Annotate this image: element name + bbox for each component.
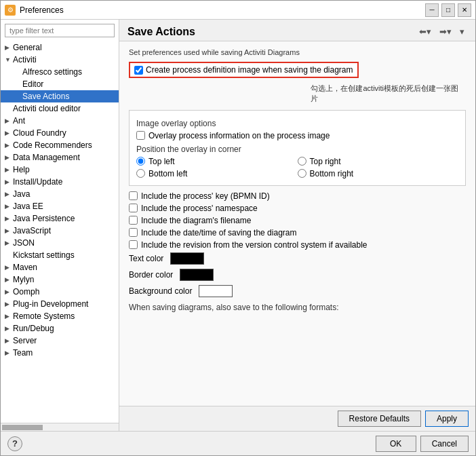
position-label: Position the overlay in corner [136,145,458,154]
radio-top-left-label[interactable]: Top left [148,157,175,166]
minimize-button[interactable]: ─ [425,3,439,17]
expand-arrow: ▶ [5,288,13,295]
sidebar-item-data-management[interactable]: ▶ Data Management [1,151,119,164]
sidebar-item-json[interactable]: ▶ JSON [1,237,119,249]
revision-checkbox[interactable] [129,240,138,249]
apply-button[interactable]: Apply [425,411,469,427]
process-namespace-row: Include the process' namespace [129,204,466,213]
maximize-button[interactable]: □ [441,3,455,17]
sidebar-item-label: Editor [22,79,115,89]
border-color-row: Border color [129,269,466,281]
expand-arrow: ▶ [5,154,13,161]
sidebar-item-help[interactable]: ▶ Help [1,164,119,176]
sidebar-item-label: Save Actions [22,92,115,101]
sidebar-item-alfresco-settings[interactable]: Alfresco settings [1,66,119,78]
sidebar-item-java-persistence[interactable]: ▶ Java Persistence [1,212,119,225]
expand-arrow: ▶ [5,227,13,234]
sidebar-item-label: Team [13,348,115,358]
help-button[interactable]: ? [7,436,22,451]
date-time-label[interactable]: Include the date/time of saving the diag… [141,228,296,238]
sidebar-item-label: Java Persistence [13,214,115,223]
sidebar-item-label: Java [13,189,115,199]
filter-input[interactable] [5,24,115,37]
sidebar-item-cloud-foundry[interactable]: ▶ Cloud Foundry [1,127,119,139]
overlay-label[interactable]: Overlay process information on the proce… [148,131,330,140]
content-area: ▶ General ▼ Activiti Alfresco settings E… [1,20,475,431]
date-time-checkbox[interactable] [129,228,138,237]
sidebar-item-server[interactable]: ▶ Server [1,335,119,347]
radio-bottom-right-label[interactable]: Bottom right [310,169,354,178]
sidebar-item-mylyn[interactable]: ▶ Mylyn [1,273,119,286]
sidebar-item-oomph[interactable]: ▶ Oomph [1,286,119,298]
sidebar-item-label: Code Recommenders [13,140,115,150]
ok-button[interactable]: OK [376,436,416,452]
radio-bottom-right-input[interactable] [298,169,306,178]
sidebar-item-javascript[interactable]: ▶ JavaScript [1,225,119,237]
forward-button[interactable]: ➡▾ [437,25,454,38]
sidebar-item-ant[interactable]: ▶ Ant [1,115,119,127]
radio-bottom-left: Bottom left [136,169,298,178]
date-time-row: Include the date/time of saving the diag… [129,228,466,238]
sidebar-item-label: Activiti cloud editor [13,104,115,113]
radio-bottom-left-label[interactable]: Bottom left [148,169,187,178]
sidebar-item-maven[interactable]: ▶ Maven [1,261,119,273]
title-bar: ⚙ Preferences ─ □ ✕ [1,1,475,20]
sidebar-item-java[interactable]: ▶ Java [1,188,119,200]
overlay-checkbox[interactable] [136,131,145,140]
radio-top-right-label[interactable]: Top right [310,157,341,166]
sidebar-item-remote-systems[interactable]: ▶ Remote Systems [1,310,119,322]
sidebar-item-label: Help [13,165,115,174]
sidebar-item-run-debug[interactable]: ▶ Run/Debug [1,322,119,335]
sidebar-item-kickstart[interactable]: Kickstart settings [1,249,119,261]
sidebar-item-install-update[interactable]: ▶ Install/Update [1,176,119,188]
border-color-swatch[interactable] [180,269,214,281]
sidebar-item-label: Maven [13,263,115,272]
back-button[interactable]: ⬅▾ [416,25,434,38]
sidebar-item-team[interactable]: ▶ Team [1,347,119,359]
radio-top-right-input[interactable] [298,157,306,166]
panel-subtitle: Set preferences used while saving Activi… [129,48,466,56]
sidebar-item-plug-in-development[interactable]: ▶ Plug-in Development [1,298,119,310]
expand-arrow: ▶ [5,117,13,124]
sidebar-item-label: General [13,43,115,52]
menu-button[interactable]: ▾ [457,25,467,38]
create-image-checkbox[interactable] [134,66,143,75]
text-color-swatch[interactable] [170,252,204,265]
window-icon: ⚙ [5,5,16,16]
revision-label[interactable]: Include the revision from the version co… [141,240,368,250]
process-key-label[interactable]: Include the process' key (BPMN ID) [141,191,270,201]
panel-content: Set preferences used while saving Activi… [119,41,475,406]
diagram-filename-checkbox[interactable] [129,216,138,225]
sidebar-item-activiti[interactable]: ▼ Activiti [1,54,119,66]
sidebar-item-save-actions[interactable]: Save Actions [1,90,119,102]
process-namespace-checkbox[interactable] [129,204,138,212]
sidebar-item-label: Data Management [13,153,115,162]
sidebar-item-label: Ant [13,116,115,126]
sidebar-scrollbar-h[interactable] [1,423,119,431]
diagram-filename-label[interactable]: Include the diagram's filename [141,216,251,225]
expand-arrow: ▶ [5,142,13,149]
sidebar-item-code-recommenders[interactable]: ▶ Code Recommenders [1,139,119,151]
restore-defaults-button[interactable]: Restore Defaults [338,411,421,427]
cancel-button[interactable]: Cancel [420,436,469,452]
sidebar-item-label: Cloud Foundry [13,128,115,138]
expand-arrow: ▶ [5,264,13,271]
background-color-swatch[interactable] [199,285,233,297]
close-button[interactable]: ✕ [458,3,471,17]
radio-top-left-input[interactable] [136,157,145,166]
sidebar-item-label: JavaScript [13,226,115,235]
sidebar-item-general[interactable]: ▶ General [1,41,119,54]
sidebar-item-activiti-cloud-editor[interactable]: Activiti cloud editor [1,102,119,115]
sidebar-item-label: Activiti [13,55,115,64]
radio-bottom-left-input[interactable] [136,169,145,178]
sidebar-item-label: Java EE [13,202,115,211]
sidebar-item-java-ee[interactable]: ▶ Java EE [1,200,119,212]
expand-arrow: ▶ [5,166,13,173]
process-key-checkbox[interactable] [129,191,138,200]
create-image-label[interactable]: Create process definition image when sav… [146,65,353,75]
sidebar-item-editor[interactable]: Editor [1,78,119,90]
border-color-label: Border color [129,270,173,280]
process-namespace-label[interactable]: Include the process' namespace [141,204,258,213]
create-image-container: Create process definition image when sav… [129,62,359,78]
preferences-window: ⚙ Preferences ─ □ ✕ ▶ General ▼ Activiti [0,0,476,456]
